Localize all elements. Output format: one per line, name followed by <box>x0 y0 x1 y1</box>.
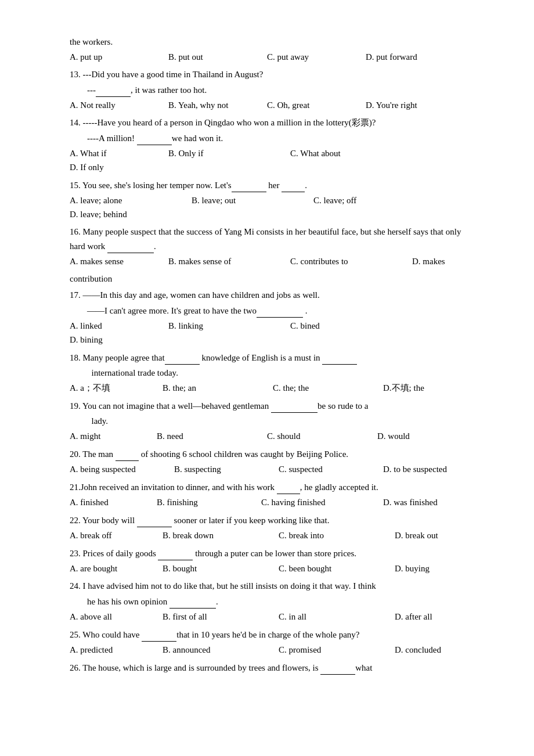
q24-options: A. above all B. first of all C. in all D… <box>70 610 464 624</box>
q25-opt-a: A. predicted <box>70 643 157 657</box>
question-15: 15. You see, she's losing her temper now… <box>70 178 464 221</box>
q16-text: 16. Many people suspect that the success… <box>70 225 464 253</box>
q14-opt-d: D. If only <box>70 160 163 174</box>
q23-opt-a: A. are bought <box>70 561 157 575</box>
q25-opt-b: B. announced <box>163 643 273 657</box>
q21-opt-a: A. finished <box>70 495 151 509</box>
q22-opt-c: C. break into <box>279 528 389 542</box>
option-c: C. put away <box>267 50 360 64</box>
q19-opt-d: D. would <box>377 429 410 443</box>
q18-text: 18. Many people agree that knowledge of … <box>70 350 464 365</box>
question-26: 26. The house, which is large and is sur… <box>70 660 464 675</box>
q16-options-row1: A. makes sense B. makes sense of C. cont… <box>70 254 464 268</box>
q17-opt-c: C. bined <box>290 319 406 333</box>
q13-options: A. Not really B. Yeah, why not C. Oh, gr… <box>70 98 464 112</box>
q22-opt-d: D. break out <box>395 528 438 542</box>
q25-opt-d: D. concluded <box>395 643 441 657</box>
q25-options: A. predicted B. announced C. promised D.… <box>70 643 464 657</box>
q22-opt-a: A. break off <box>70 528 157 542</box>
q24-opt-b: B. first of all <box>163 610 273 624</box>
q16-opt-b: B. makes sense of <box>168 254 284 268</box>
q21-opt-b: B. finishing <box>157 495 255 509</box>
q15-opt-b: B. leave; out <box>192 193 308 207</box>
q19-options: A. might B. need C. should D. would <box>70 429 464 443</box>
q23-opt-d: D. buying <box>395 561 430 575</box>
q13-opt-a: A. Not really <box>70 98 163 112</box>
intro-options: A. put up B. put out C. put away D. put … <box>70 50 464 64</box>
q20-options: A. being suspected B. suspecting C. susp… <box>70 462 464 476</box>
question-24: 24. I have advised him not to do like th… <box>70 579 464 624</box>
q17-sub: ——I can't agree more. It's great to have… <box>70 303 464 318</box>
q23-opt-b: B. bought <box>163 561 273 575</box>
q13-sub: --- , it was rather too hot. <box>70 82 464 97</box>
q17-opt-a: A. linked <box>70 319 163 333</box>
q19-opt-a: A. might <box>70 429 151 443</box>
q14-options: A. What if B. Only if C. What about D. I… <box>70 146 464 174</box>
q14-opt-c: C. What about <box>290 146 406 160</box>
page-content: the workers. A. put up B. put out C. put… <box>70 35 464 675</box>
q13-opt-c: C. Oh, great <box>267 98 360 112</box>
q23-options: A. are bought B. bought C. been bought D… <box>70 561 464 575</box>
q13-opt-b: B. Yeah, why not <box>168 98 261 112</box>
q26-text: 26. The house, which is large and is sur… <box>70 660 464 675</box>
q20-opt-c: C. suspected <box>279 462 377 476</box>
q16-opt-a: A. makes sense <box>70 254 163 268</box>
q19-opt-c: C. should <box>267 429 371 443</box>
q15-text: 15. You see, she's losing her temper now… <box>70 178 464 192</box>
q21-options: A. finished B. finishing C. having finis… <box>70 495 464 509</box>
q25-opt-c: C. promised <box>279 643 389 657</box>
question-14: 14. -----Have you heard of a person in Q… <box>70 116 464 174</box>
q14-opt-b: B. Only if <box>168 146 284 160</box>
q17-opt-d: D. bining <box>70 333 163 347</box>
q15-opt-c: C. leave; off <box>313 193 430 207</box>
q18-opt-c: C. the; the <box>273 381 377 395</box>
question-13: 13. ---Did you have a good time in Thail… <box>70 67 464 112</box>
question-16: 16. Many people suspect that the success… <box>70 225 464 286</box>
option-b: B. put out <box>168 50 261 64</box>
q23-text: 23. Prices of daily goods through a pute… <box>70 546 464 560</box>
q24-text: 24. I have advised him not to do like th… <box>70 579 464 593</box>
q22-text: 22. Your body will sooner or later if yo… <box>70 513 464 527</box>
q15-opt-a: A. leave; alone <box>70 193 186 207</box>
q18-opt-b: B. the; an <box>163 381 267 395</box>
q17-options: A. linked B. linking C. bined D. bining <box>70 319 464 347</box>
q14-opt-a: A. What if <box>70 146 163 160</box>
q23-opt-c: C. been bought <box>279 561 389 575</box>
q16-continuation: contribution <box>70 272 464 286</box>
q14-text: 14. -----Have you heard of a person in Q… <box>70 116 464 129</box>
q24-sub: he has his own opinion . <box>70 594 464 609</box>
q20-text: 20. The man of shooting 6 school childre… <box>70 447 464 461</box>
q24-opt-d: D. after all <box>395 610 432 624</box>
q18-opt-a: A. a；不填 <box>70 381 157 395</box>
q19-continuation: lady. <box>92 414 465 428</box>
q16-opt-d: D. makes <box>412 254 459 268</box>
intro-line: the workers. <box>70 35 464 49</box>
q20-opt-d: D. to be suspected <box>383 462 447 476</box>
option-a: A. put up <box>70 50 163 64</box>
q20-opt-b: B. suspecting <box>174 462 273 476</box>
q13-text: 13. ---Did you have a good time in Thail… <box>70 67 464 81</box>
q13-opt-d: D. You're right <box>366 98 459 112</box>
q21-text: 21.John received an invitation to dinner… <box>70 480 464 494</box>
q19-text: 19. You can not imagine that a well—beha… <box>70 398 464 413</box>
question-25: 25. Who could have that in 10 years he'd… <box>70 627 464 657</box>
q18-opt-d: D.不填; the <box>383 381 424 395</box>
question-21: 21.John received an invitation to dinner… <box>70 480 464 509</box>
q24-opt-c: C. in all <box>279 610 389 624</box>
q22-options: A. break off B. break down C. break into… <box>70 528 464 542</box>
q16-opt-c: C. contributes to <box>290 254 406 268</box>
q17-text: 17. ——In this day and age, women can hav… <box>70 288 464 302</box>
q25-text: 25. Who could have that in 10 years he'd… <box>70 627 464 642</box>
q22-opt-b: B. break down <box>163 528 273 542</box>
q20-opt-a: A. being suspected <box>70 462 168 476</box>
q21-opt-d: D. was finished <box>383 495 438 509</box>
q18-options: A. a；不填 B. the; an C. the; the D.不填; the <box>70 381 464 395</box>
q14-sub: ----A million! we had won it. <box>70 131 464 145</box>
question-18: 18. Many people agree that knowledge of … <box>70 350 464 395</box>
q21-opt-c: C. having finished <box>261 495 377 509</box>
q15-opt-d: D. leave; behind <box>70 207 186 221</box>
q18-continuation: international trade today. <box>92 366 465 380</box>
question-22: 22. Your body will sooner or later if yo… <box>70 513 464 542</box>
q15-options: A. leave; alone B. leave; out C. leave; … <box>70 193 464 221</box>
question-17: 17. ——In this day and age, women can hav… <box>70 288 464 347</box>
